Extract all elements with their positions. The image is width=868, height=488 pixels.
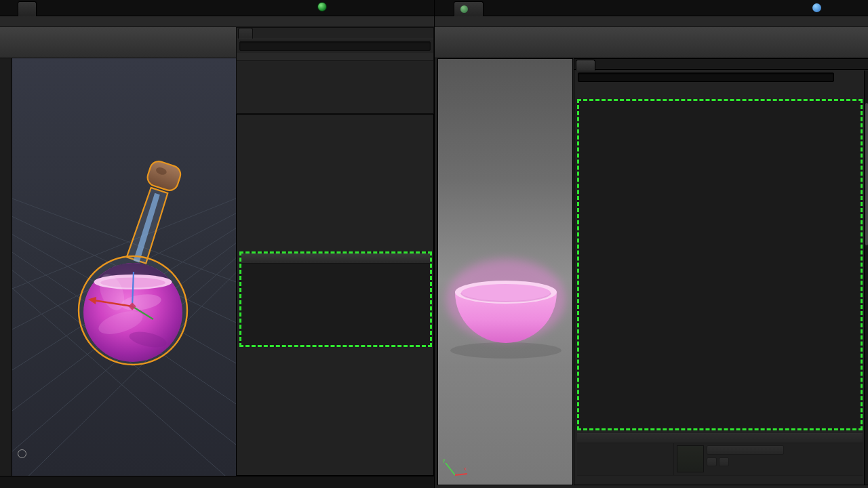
section-general[interactable] <box>577 433 863 443</box>
unreal-logo-icon <box>5 3 15 13</box>
section-liquid-xtweaks[interactable] <box>241 253 430 264</box>
level-viewport-scene <box>12 58 236 476</box>
left-titlebar[interactable] <box>0 0 434 16</box>
svg-text:y: y <box>443 458 446 463</box>
phys-material-value-cell <box>673 443 863 475</box>
outliner-search-input[interactable] <box>243 43 425 49</box>
material-preview-viewport[interactable]: y x <box>437 58 573 485</box>
world-outliner-body <box>237 39 433 113</box>
material-asset-icon <box>460 5 468 13</box>
help-icon[interactable] <box>18 449 26 458</box>
outliner-search[interactable] <box>239 41 431 51</box>
screen: y x <box>0 0 868 488</box>
use-selected-asset-button[interactable] <box>707 458 717 466</box>
details-search-input[interactable] <box>581 74 829 81</box>
svg-text:x: x <box>464 466 467 471</box>
material-preview-scene <box>438 59 573 485</box>
liquid-xtweaks-highlight <box>239 251 432 347</box>
project-title <box>317 2 331 12</box>
world-outliner-panel <box>236 27 434 114</box>
browse-asset-button[interactable] <box>719 458 729 466</box>
tab-m-liquidx-01[interactable] <box>454 1 484 16</box>
place-actors-strip <box>0 58 12 476</box>
axis-gizmo-icon: y x <box>441 456 470 479</box>
parameters-highlight <box>577 99 863 430</box>
details-scrollbar[interactable] <box>864 70 868 485</box>
realliquidx-logo-icon <box>317 2 327 12</box>
bottom-bar <box>0 476 434 488</box>
outliner-columns[interactable] <box>237 53 433 61</box>
tab-overview[interactable] <box>18 1 37 16</box>
details-tab-strip <box>574 59 868 70</box>
general-section <box>577 433 863 476</box>
details-panel <box>236 114 434 476</box>
phys-material-thumbnail[interactable] <box>677 445 704 472</box>
right-titlebar[interactable] <box>435 0 868 16</box>
right-menubar <box>435 16 868 27</box>
unreal-logo-icon <box>439 3 450 13</box>
feedback-icon[interactable] <box>812 3 821 12</box>
left-menubar <box>0 16 434 27</box>
material-instance-window: y x <box>434 0 868 488</box>
scrollbar-thumb[interactable] <box>865 103 868 245</box>
right-toolbar <box>435 27 868 58</box>
tab-details[interactable] <box>576 60 595 70</box>
tab-world-outliner[interactable] <box>238 28 253 39</box>
phys-material-dropdown[interactable] <box>707 445 784 455</box>
phys-material-row <box>577 443 863 476</box>
phys-material-label-cell <box>577 443 673 475</box>
parameter-groups-row[interactable] <box>574 85 868 96</box>
material-details-panel <box>574 58 868 485</box>
left-toolbar <box>0 27 236 58</box>
level-editor-window <box>0 0 434 488</box>
details-search[interactable] <box>578 73 834 82</box>
outliner-footer <box>237 61 433 65</box>
level-viewport[interactable] <box>12 58 236 476</box>
